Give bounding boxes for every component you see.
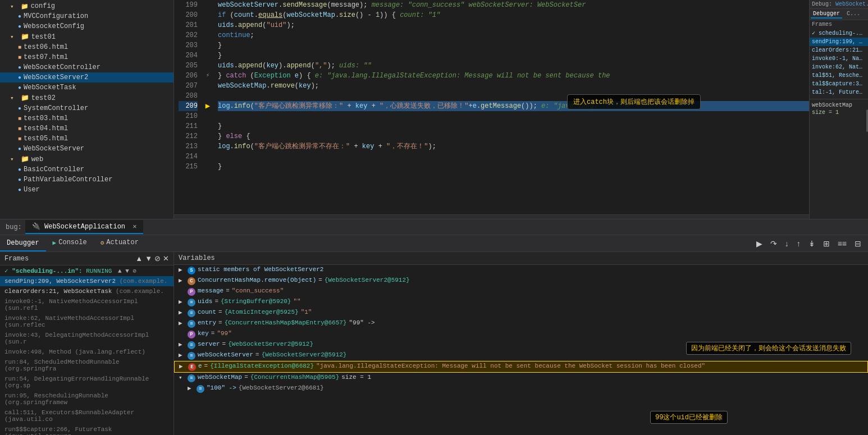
sidebar-label: test07.html [24, 53, 68, 61]
exception-icon: E [188, 363, 196, 371]
var-item-uids[interactable]: ▶ ≡ uids = {StringBuffer@5920} "" [174, 297, 868, 308]
tab-console[interactable]: ▶ Console [46, 235, 94, 251]
frame-item-running[interactable]: ✓ "scheduling-...in": RUNNING ▲ ▼ ⊘ [0, 265, 173, 276]
tab-actuator[interactable]: ⚙ Actuator [94, 235, 145, 251]
main-container: ▾ 📁 config ● MVCConfiguration ● Websocke… [0, 0, 868, 435]
frame-filter-btn[interactable]: ⊘ [154, 254, 161, 263]
var-item-static[interactable]: ▶ S static members of WebSocketServer2 [174, 265, 868, 276]
debug-toolbar-icons: ▶ ↷ ↓ ↑ ↡ ⊞ ≡≡ ⊟ [754, 238, 868, 249]
sidebar-item-test02[interactable]: ▾ 📁 test02 [0, 93, 173, 103]
top-section: ▾ 📁 config ● MVCConfiguration ● Websocke… [0, 0, 868, 219]
mini-stack-tal-future[interactable]: tal:-1, FutureTask... [810, 88, 868, 97]
toolbar-btn-stepover[interactable]: ↷ [768, 238, 779, 249]
frame-item-invoke62[interactable]: invoke:62, NativeMethodAccessorImpl (sun… [0, 313, 173, 330]
editor-tab-bar: bug: 🔌 WebSocketApplication ✕ [0, 219, 868, 235]
editor-scrollbar[interactable] [174, 214, 868, 219]
mini-tab-console[interactable]: C... [844, 10, 862, 19]
sidebar-label: test05.html [24, 135, 68, 143]
frame-item-invoke0[interactable]: invoke0:-1, NativeMethodAccessorImpl (su… [0, 296, 173, 313]
sidebar-item-test03[interactable]: ■ test03.html [0, 113, 173, 123]
sidebar-item-user[interactable]: ● User [0, 185, 173, 195]
mini-frames-header: Frames [810, 20, 868, 29]
frame-item-clearorders[interactable]: clearOrders:21, WebSocketTask (com.examp… [0, 286, 173, 296]
mini-stack-invoke62[interactable]: invoke:62, Nativ... [810, 63, 868, 71]
mini-stack-clearorders[interactable]: clearOrders:21, W... [810, 46, 868, 54]
sidebar-label: WebSocketController [24, 63, 100, 71]
sidebar-item-wscontroller[interactable]: ● WebSocketController [0, 62, 173, 72]
bottom-panel: bug: 🔌 WebSocketApplication ✕ Debugger ▶… [0, 219, 868, 435]
frame-item-run266[interactable]: run$$$capture:266, FutureTask (java.util… [0, 424, 173, 435]
list-icon: ≡ [188, 320, 195, 328]
sidebar-item-syscontroller[interactable]: ● SystemController [0, 103, 173, 113]
list-icon: ≡ [188, 299, 195, 306]
sidebar-item-test06[interactable]: ■ test06.html [0, 42, 173, 52]
sidebar-label: test03.html [24, 115, 68, 122]
var-item-count[interactable]: ▶ ≡ count = {AtomicInteger@5925} "1" [174, 308, 868, 318]
frame-item-sendping[interactable]: sendPing:209, WebSocketServer2 (com.exam… [0, 276, 173, 286]
sidebar-label: WebSocketTask [24, 84, 76, 91]
sidebar-item-wstask[interactable]: ● WebSocketTask [0, 83, 173, 93]
file-icon: ■ [18, 136, 21, 142]
frames-panel: Frames ▲ ▼ ⊘ ✕ ✓ "scheduling-...in": RUN… [0, 252, 174, 435]
mini-stack-sendping[interactable]: sendPing:199, W... [810, 38, 868, 46]
mini-stack-invoke0[interactable]: invoke0:-1, Nati... [810, 54, 868, 63]
frames-title: Frames [4, 255, 29, 263]
toolbar-btn-runtocu[interactable]: ↡ [806, 238, 817, 249]
frame-item-run95[interactable]: run:95, ReschedulingRunnable (org.spring… [0, 391, 173, 407]
p-icon: P [188, 331, 195, 338]
sidebar-item-basiccontroller[interactable]: ● BasicController [0, 164, 173, 175]
sidebar-label: web [31, 155, 44, 163]
sidebar-item-wsserver2[interactable]: ● WebSocketServer2 [0, 72, 173, 83]
mini-tab-debugger[interactable]: Debugger [811, 10, 842, 19]
list-icon: ≡ [188, 309, 195, 317]
tab-debugger[interactable]: Debugger [0, 236, 46, 251]
tab-close-icon[interactable]: ✕ [133, 223, 136, 231]
folder-icon-img: 📁 [21, 94, 29, 102]
sidebar-item-wsconfig[interactable]: ● WebsocketConfig [0, 21, 173, 31]
annotation-sendmsg: 因为前端已经关闭了，则会给这个会话发送消息失败 [686, 342, 851, 355]
frame-up-btn[interactable]: ▲ [135, 254, 143, 263]
file-icon: ■ [18, 116, 21, 122]
var-item-key[interactable]: ▶ P key = "99" [174, 329, 868, 340]
mini-stack-tal-capture[interactable]: tal$$capture:38,... [810, 80, 868, 88]
variables-panel: Variables ▶ S static members of WebSocke… [174, 252, 868, 435]
frame-close-btn[interactable]: ✕ [163, 254, 169, 263]
sidebar-item-wsserver[interactable]: ● WebSocketServer [0, 144, 173, 154]
var-item-hashmap-remove[interactable]: ▶ C ConcurrentHashMap.remove(Object) = {… [174, 276, 868, 286]
sidebar-item-pathvar[interactable]: ● PathVariableController [0, 175, 173, 185]
toolbar-btn-settings[interactable]: ≡≡ [835, 238, 849, 249]
var-item-message[interactable]: ▶ P message = "conn_success" [174, 286, 868, 297]
tab-websocketapplication[interactable]: 🔌 WebSocketApplication ✕ [25, 220, 144, 234]
line-numbers: 199 200 201 202 203 204 205 206 207 208 … [174, 0, 202, 219]
code-editor: 199 200 201 202 203 204 205 206 207 208 … [174, 0, 868, 219]
frame-down-btn[interactable]: ▼ [145, 254, 152, 263]
var-item-entry[interactable]: ▶ ≡ entry = {ConcurrentHashMap$MapEntry@… [174, 318, 868, 329]
sidebar-item-web[interactable]: ▾ 📁 web [0, 154, 173, 164]
sidebar-item-test04[interactable]: ■ test04.html [0, 123, 173, 134]
mini-stack-tal51[interactable]: tal$51, Reschedul... [810, 71, 868, 80]
var-item-100[interactable]: ▶ ≡ "100" -> {WebSocketServer2@6681} [174, 383, 868, 394]
toolbar-btn-stepinto[interactable]: ↓ [783, 238, 791, 249]
file-icon: ■ [18, 44, 21, 51]
toolbar-btn-stepout[interactable]: ↑ [794, 238, 803, 249]
sidebar-item-test05[interactable]: ■ test05.html [0, 134, 173, 144]
var-item-wsmap[interactable]: ▾ ≡ webSocketMap = {ConcurrentHashMap@59… [174, 373, 868, 383]
toolbar-btn-eval[interactable]: ⊞ [821, 238, 832, 249]
toolbar-btn-resume[interactable]: ▶ [754, 238, 765, 249]
sidebar-item-test07[interactable]: ■ test07.html [0, 52, 173, 62]
frame-item-run54[interactable]: run:54, DelegatingErrorHandlingRunnable … [0, 374, 173, 391]
frame-item-run84[interactable]: run:84, ScheduledMethodRunnable (org.spr… [0, 357, 173, 374]
folder-icon-img: 📁 [21, 3, 29, 10]
sidebar-item-test01[interactable]: ▾ 📁 test01 [0, 31, 173, 42]
sidebar-label: test01 [31, 33, 56, 41]
sidebar-item-mvcconfig[interactable]: ● MVCConfiguration [0, 11, 173, 21]
file-icon: ● [18, 75, 21, 81]
frame-item-invoke43[interactable]: invoke:43, DelegatingMethodAccessorImpl … [0, 330, 173, 347]
toolbar-btn-layout[interactable]: ⊟ [852, 238, 864, 249]
sidebar-item-config[interactable]: ▾ 📁 config [0, 1, 173, 11]
frame-item-invoke498[interactable]: invoke:498, Method (java.lang.reflect) [0, 347, 173, 357]
mini-stack-running[interactable]: ✓ scheduling-...in [810, 29, 868, 38]
frame-item-call511[interactable]: call:511, Executors$RunnableAdapter (jav… [0, 407, 173, 424]
var-item-exception[interactable]: ▶ E e = {IllegalStateException@6682} "ja… [174, 361, 868, 373]
sidebar-label: test06.html [24, 43, 68, 51]
